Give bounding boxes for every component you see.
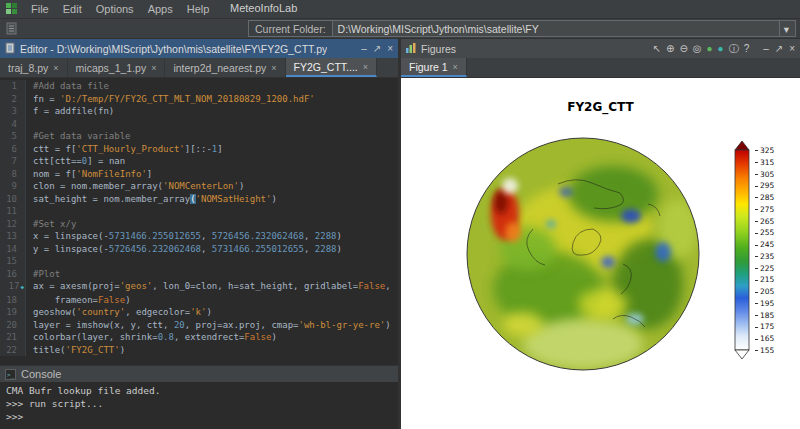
code-text: geoshow('country', edgecolor='k') xyxy=(26,306,212,319)
tab-close-icon[interactable]: × xyxy=(271,63,276,73)
code-editor[interactable]: 1#Add data file2fn = 'D:/Temp/FY/FY2G_CT… xyxy=(0,78,398,365)
float-icon[interactable]: ↗ xyxy=(373,44,381,54)
colorbar-tick-label: 225 xyxy=(755,264,774,273)
line-number: 3 xyxy=(0,105,26,118)
code-line: 10sat_height = nom.member_array('NOMSatH… xyxy=(0,193,398,206)
code-line: 20layer = imshow(x, y, ctt, 20, proj=ax.… xyxy=(0,319,398,332)
code-line: 14y = linspace(-5726456.232062468, 57314… xyxy=(0,243,398,256)
help-icon[interactable]: ? xyxy=(744,44,750,54)
line-number: 2 xyxy=(0,93,26,106)
console-line: >>> run script... xyxy=(6,397,392,410)
minimize-icon[interactable]: – xyxy=(763,44,769,54)
menu-item[interactable]: File xyxy=(24,2,56,16)
editor-tab-label: traj_8.py xyxy=(8,62,48,74)
figure-tab-label: Figure 1 xyxy=(409,61,448,73)
code-line: 13x = linspace(-5731466.255012655, 57264… xyxy=(0,230,398,243)
code-line: 1#Add data file xyxy=(0,80,398,93)
code-text: colorbar(layer, shrink=0.8, extendrect=F… xyxy=(26,331,277,344)
line-number: 15 xyxy=(0,255,26,268)
tab-close-icon[interactable]: × xyxy=(453,62,458,72)
current-folder-combobox[interactable]: D:\Working\MIScript\Jython\mis\satellite… xyxy=(332,21,795,36)
code-text: #Set x/y xyxy=(26,218,76,231)
editor-tab[interactable]: FY2G_CTT.... × xyxy=(286,58,377,77)
line-number: 13 xyxy=(0,230,26,243)
tab-close-icon[interactable]: × xyxy=(151,63,156,73)
editor-tab[interactable]: traj_8.py × xyxy=(0,58,68,77)
console-body[interactable]: CMA Bufr lookup file added.>>> run scrip… xyxy=(0,382,398,429)
close-icon[interactable]: × xyxy=(789,44,795,54)
colorbar-tick-label: 195 xyxy=(755,299,774,308)
editor-tabbar: traj_8.py × micaps_1_1.py × interp2d_nea… xyxy=(0,58,398,78)
tab-close-icon[interactable]: × xyxy=(53,63,58,73)
menu-item[interactable]: Options xyxy=(89,2,141,16)
colorbar-ticks: 3253153052952852752652552452352252152051… xyxy=(755,150,795,350)
zoom-out-icon[interactable]: ⊖ xyxy=(679,44,687,54)
colorbar-tick-label: 165 xyxy=(755,334,774,343)
green-circle-icon[interactable]: ● xyxy=(707,44,713,54)
cursor-arrow-icon[interactable]: ↖ xyxy=(653,44,661,54)
line-number: 20 xyxy=(0,319,26,332)
colorbar-tick-label: 265 xyxy=(755,217,774,226)
code-text: fn = 'D:/Temp/FY/FY2G_CTT_MLT_NOM_201808… xyxy=(26,93,315,106)
colorbar-tick-label: 175 xyxy=(755,322,774,331)
code-text xyxy=(26,255,33,268)
editor-doc-icon xyxy=(5,42,15,56)
code-line: 9clon = nom.member_array('NOMCenterLon') xyxy=(0,180,398,193)
colorbar-tick-label: 275 xyxy=(755,205,774,214)
colorbar-tick-label: 305 xyxy=(755,170,774,179)
meteoinfo-logo-icon xyxy=(6,3,18,15)
zoom-in-icon[interactable]: ⊕ xyxy=(666,44,674,54)
code-line: 12#Set x/y xyxy=(0,218,398,231)
code-text: ctt[ctt==0] = nan xyxy=(26,155,125,168)
menu-item[interactable]: Apps xyxy=(141,2,180,16)
meteoinfolab-window: FileEditOptionsAppsHelp MeteoInfoLab Cur… xyxy=(0,0,800,429)
code-line: 11 xyxy=(0,205,398,218)
menu-item[interactable]: Edit xyxy=(56,2,89,16)
code-text: y = linspace(-5726456.232062468, 5731466… xyxy=(26,243,342,256)
line-number: 18 xyxy=(0,294,26,307)
console-title: Console xyxy=(21,368,61,380)
code-text: #Plot xyxy=(26,268,60,281)
teal-circle-icon[interactable]: ● xyxy=(718,44,724,54)
menu-item[interactable]: Help xyxy=(180,2,217,16)
editor-panel: Editor - D:\Working\MIScript\Jython\mis\… xyxy=(0,39,398,429)
chevron-down-icon[interactable]: ▾ xyxy=(779,21,793,36)
line-number: 10 xyxy=(0,193,26,206)
colorbar-tick-label: 285 xyxy=(755,193,774,202)
satellite-globe-image xyxy=(463,134,703,376)
line-number: 6 xyxy=(0,143,26,156)
full-extent-globe-icon[interactable]: ◎ xyxy=(693,44,702,54)
code-line: 7ctt[ctt==0] = nan xyxy=(0,155,398,168)
figure-title: FY2G_CTT xyxy=(401,100,800,114)
info-icon[interactable]: ⓘ xyxy=(729,44,739,54)
code-line: 16#Plot xyxy=(0,268,398,281)
colorbar-tick-label: 295 xyxy=(755,181,774,190)
minimize-icon[interactable]: – xyxy=(361,44,367,54)
code-line: 19geoshow('country', edgecolor='k') xyxy=(0,306,398,319)
script-file-icon[interactable] xyxy=(6,22,17,35)
editor-tab-label: FY2G_CTT.... xyxy=(294,61,358,73)
code-text: ctt = f['CTT_Hourly_Product'][::-1] xyxy=(26,143,223,156)
editor-tab[interactable]: micaps_1_1.py × xyxy=(68,58,166,77)
colorbar-tick-label: 205 xyxy=(755,287,774,296)
float-icon[interactable]: ↗ xyxy=(775,44,783,54)
tab-close-icon[interactable]: × xyxy=(363,62,368,72)
editor-title: Editor - D:\Working\MIScript\Jython\mis\… xyxy=(20,43,327,55)
code-text: x = linspace(-5731466.255012655, 5726456… xyxy=(26,230,342,243)
colorbar-tick-label: 235 xyxy=(755,252,774,261)
editor-tab[interactable]: interp2d_nearest.py × xyxy=(165,58,285,77)
console-line: >>> xyxy=(6,410,392,423)
editor-header: Editor - D:\Working\MIScript\Jython\mis\… xyxy=(0,39,398,58)
figures-header-right: ↖⊕⊖◎●●ⓘ? –↗× xyxy=(653,44,795,54)
code-line: 5#Get data variable xyxy=(0,130,398,143)
line-number: 16 xyxy=(0,268,26,281)
close-icon[interactable]: × xyxy=(387,44,393,54)
code-text: #Get data variable xyxy=(26,130,131,143)
colorbar-tick-label: 155 xyxy=(755,346,774,355)
code-line: 3f = addfile(fn) xyxy=(0,105,398,118)
line-number: 19 xyxy=(0,306,26,319)
code-text: sat_height = nom.member_array('NOMSatHei… xyxy=(26,193,277,206)
code-line: 15 xyxy=(0,255,398,268)
app-title: MeteoInfoLab xyxy=(230,2,297,14)
figure-tab[interactable]: Figure 1 × xyxy=(401,58,467,77)
